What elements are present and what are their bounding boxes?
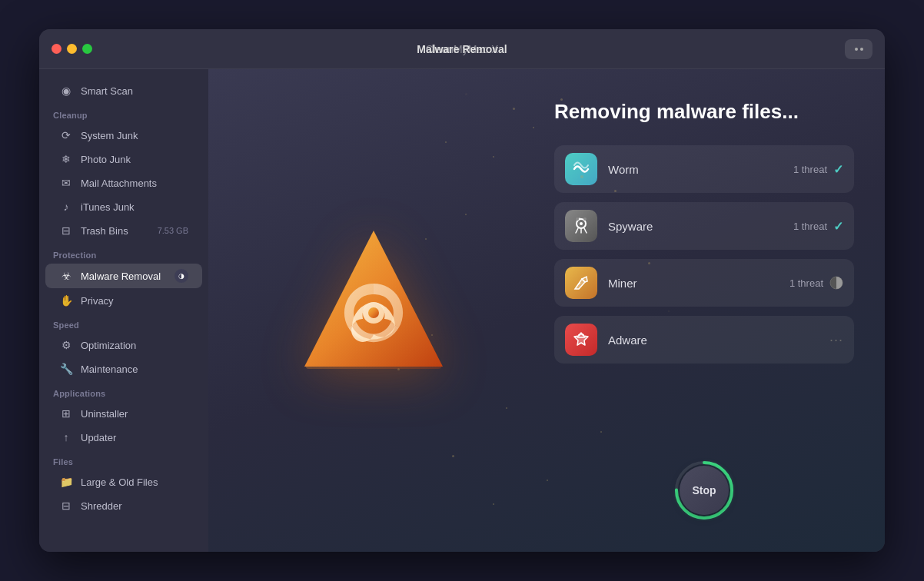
system-junk-icon: ⟳ [59, 129, 73, 141]
sidebar-section-applications: Applications [39, 381, 208, 401]
spyware-threat-count: 1 threat [793, 221, 827, 232]
sidebar-item-system-junk[interactable]: ⟳ System Junk [45, 124, 202, 147]
adware-status: ··· [829, 332, 843, 348]
more-options-button[interactable] [845, 39, 872, 59]
large-files-icon: 📁 [59, 476, 73, 488]
sidebar-item-smart-scan[interactable]: ◉ Smart Scan [45, 79, 202, 102]
malware-removal-label: Malware Removal [81, 271, 161, 282]
trash-bins-badge: 7.53 GB [158, 226, 188, 235]
trash-icon: ⊟ [59, 224, 73, 237]
sidebar-item-photo-junk[interactable]: ❄ Photo Junk [45, 148, 202, 171]
spyware-status: 1 threat ✓ [793, 219, 843, 234]
sidebar-section-protection: Protection [39, 243, 208, 263]
malware-removal-icon: ☣ [59, 270, 73, 282]
spyware-name: Spyware [608, 220, 783, 233]
miner-name: Miner [608, 277, 779, 290]
sidebar-item-trash-bins[interactable]: ⊟ Trash Bins 7.53 GB [45, 219, 202, 242]
photo-junk-label: Photo Junk [81, 154, 131, 165]
svg-point-2 [368, 307, 379, 318]
shredder-icon: ⊟ [59, 500, 73, 512]
worm-threat-count: 1 threat [793, 164, 827, 175]
adware-icon [565, 324, 597, 356]
sidebar-item-large-old-files[interactable]: 📁 Large & Old Files [45, 470, 202, 493]
updater-icon: ↑ [59, 431, 73, 443]
sidebar-item-optimization[interactable]: ⚙ Optimization [45, 334, 202, 357]
biohazard-icon [281, 217, 466, 404]
optimization-icon: ⚙ [59, 339, 73, 351]
close-button[interactable] [52, 44, 61, 54]
large-old-files-label: Large & Old Files [81, 476, 158, 488]
active-indicator: ◑ [174, 269, 188, 283]
adware-dots-menu[interactable]: ··· [829, 332, 843, 348]
threat-item-miner: Miner 1 threat [554, 259, 854, 307]
svg-point-4 [580, 222, 583, 225]
sidebar-item-updater[interactable]: ↑ Updater [45, 426, 202, 449]
illustration-area [208, 69, 539, 552]
worm-status: 1 threat ✓ [793, 162, 843, 177]
svg-point-5 [576, 217, 579, 221]
minimize-button[interactable] [67, 44, 77, 54]
worm-icon [565, 153, 597, 185]
miner-threat-count: 1 threat [789, 277, 823, 289]
sidebar-section-cleanup: Cleanup [39, 103, 208, 123]
sidebar: ◉ Smart Scan Cleanup ⟳ System Junk ❄ Pho… [39, 69, 208, 552]
content-area: Removing malware files... Worm 1 threat [208, 69, 885, 552]
svg-point-6 [583, 217, 587, 221]
spyware-icon [565, 210, 597, 242]
sidebar-item-privacy[interactable]: ✋ Privacy [45, 289, 202, 312]
maintenance-icon: 🔧 [59, 363, 73, 375]
uninstaller-label: Uninstaller [81, 408, 128, 420]
worm-name: Worm [608, 163, 783, 176]
uninstaller-icon: ⊞ [59, 407, 73, 420]
sidebar-section-files: Files [39, 450, 208, 470]
smart-scan-label: Smart Scan [81, 85, 133, 97]
miner-icon [565, 267, 597, 299]
optimization-label: Optimization [81, 340, 136, 351]
maximize-button[interactable] [82, 44, 92, 54]
sidebar-section-speed: Speed [39, 313, 208, 333]
miner-status: 1 threat [789, 276, 843, 290]
itunes-icon: ♪ [59, 201, 73, 213]
photo-junk-icon: ❄ [59, 153, 73, 165]
worm-check-icon: ✓ [833, 162, 843, 177]
spyware-check-icon: ✓ [833, 219, 843, 234]
threat-item-worm: Worm 1 threat ✓ [554, 145, 854, 193]
app-window: CleanMyMac X Malware Removal ◉ Smart Sca… [39, 29, 885, 552]
smart-scan-icon: ◉ [59, 85, 73, 97]
threat-item-adware: Adware ··· [554, 316, 854, 364]
threat-item-spyware: Spyware 1 threat ✓ [554, 202, 854, 250]
sidebar-item-malware-removal[interactable]: ☣ Malware Removal ◑ [45, 264, 202, 288]
mail-icon: ✉ [59, 177, 73, 189]
privacy-icon: ✋ [59, 294, 73, 307]
sidebar-item-uninstaller[interactable]: ⊞ Uninstaller [45, 402, 202, 425]
sidebar-item-itunes-junk[interactable]: ♪ iTunes Junk [45, 195, 202, 218]
trash-bins-label: Trash Bins [81, 225, 128, 237]
right-panel: Removing malware files... Worm 1 threat [539, 69, 885, 552]
titlebar: CleanMyMac X Malware Removal [39, 29, 885, 69]
removing-title: Removing malware files... [554, 100, 854, 124]
updater-label: Updater [81, 432, 116, 443]
section-title: Malware Removal [417, 43, 507, 55]
system-junk-label: System Junk [81, 130, 138, 141]
sidebar-item-mail-attachments[interactable]: ✉ Mail Attachments [45, 171, 202, 194]
traffic-lights [52, 44, 92, 54]
stop-button-wrapper: Stop [673, 460, 735, 521]
sidebar-item-maintenance[interactable]: 🔧 Maintenance [45, 357, 202, 380]
privacy-label: Privacy [81, 295, 114, 307]
shredder-label: Shredder [81, 500, 121, 512]
itunes-junk-label: iTunes Junk [81, 201, 135, 213]
miner-half-icon [829, 276, 843, 290]
sidebar-item-shredder[interactable]: ⊟ Shredder [45, 494, 202, 517]
mail-attachments-label: Mail Attachments [81, 178, 157, 189]
stop-button[interactable]: Stop [680, 466, 729, 515]
stop-button-area: Stop [554, 452, 854, 521]
main-content: ◉ Smart Scan Cleanup ⟳ System Junk ❄ Pho… [39, 69, 885, 552]
threat-list: Worm 1 threat ✓ [554, 145, 854, 364]
adware-name: Adware [608, 334, 819, 347]
maintenance-label: Maintenance [81, 364, 138, 375]
